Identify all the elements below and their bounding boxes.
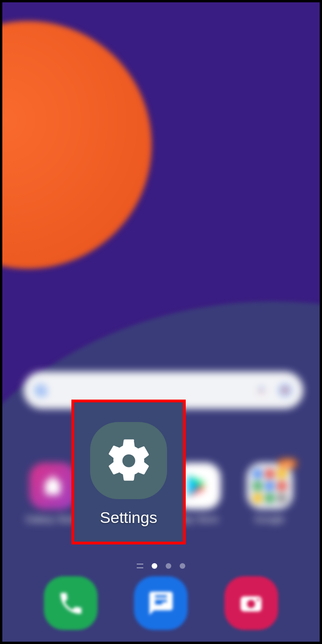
phone-icon — [57, 589, 85, 617]
app-label: Google — [254, 514, 285, 525]
svg-point-1 — [283, 388, 287, 392]
lens-icon[interactable] — [279, 384, 292, 397]
camera-icon — [237, 589, 265, 617]
app-folder-google[interactable]: 128 Google — [239, 463, 300, 525]
wallpaper-sun — [0, 21, 152, 269]
drawer-indicator-icon — [137, 564, 143, 568]
dock-phone[interactable] — [44, 576, 98, 630]
page-dot-1[interactable] — [152, 563, 157, 569]
dock-messages[interactable] — [134, 576, 188, 630]
svg-point-2 — [122, 454, 135, 467]
galaxy-store-icon — [29, 463, 76, 509]
highlight-settings: Settings — [71, 400, 186, 544]
page-indicator[interactable] — [2, 563, 320, 569]
messages-icon — [147, 589, 175, 617]
svg-point-5 — [257, 599, 259, 601]
page-dot-2[interactable] — [166, 563, 171, 569]
dock-camera[interactable] — [224, 576, 278, 630]
svg-point-4 — [247, 600, 256, 608]
google-logo-icon: G — [35, 381, 47, 400]
notification-badge: 128 — [278, 459, 296, 468]
home-screen: G Galaxy Store x — [0, 0, 322, 644]
mic-icon[interactable] — [257, 384, 266, 397]
app-settings[interactable] — [90, 422, 167, 499]
settings-label: Settings — [100, 508, 157, 527]
dock — [2, 576, 320, 630]
google-folder-icon: 128 — [246, 463, 293, 509]
gear-icon — [103, 435, 154, 487]
page-dot-3[interactable] — [180, 563, 185, 569]
